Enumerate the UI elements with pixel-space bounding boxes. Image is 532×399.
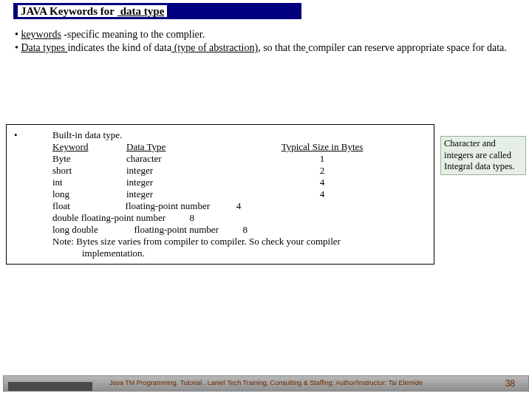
footer-bar: Java TM Programming. Tutorial . Laniel T… (3, 375, 529, 392)
table-row: long integer 4 (52, 188, 428, 200)
b1-underlined: keywords (21, 29, 61, 40)
note-line2: implementation. (82, 248, 428, 259)
title-underlined: data type (116, 5, 166, 17)
b2-u1: Data types (21, 42, 67, 53)
hdr-keyword: Keyword (52, 141, 126, 153)
page-number: 38 (505, 378, 515, 389)
table-row: int integer 4 (52, 177, 428, 188)
footer-text: Java TM Programming. Tutorial . Laniel T… (4, 379, 528, 386)
cell-k: short (52, 165, 126, 177)
b2-p2: , so that the (258, 42, 306, 53)
cell-k: int (52, 177, 126, 188)
cell-s: 1 (259, 153, 385, 165)
cell-s: 4 (259, 177, 385, 188)
note-line1: Note: Bytes size varies from compiler to… (52, 236, 428, 248)
cell-t: integer (126, 165, 259, 177)
table-row: Byte character 1 (52, 153, 428, 165)
row-longdouble: long double floating-point number 8 (52, 224, 428, 236)
title-bar: JAVA Keywords for data type (13, 3, 301, 19)
b2-u2: (type of abstraction) (171, 42, 258, 53)
title-plain: JAVA Keywords for (19, 5, 116, 17)
table-row: short integer 2 (52, 165, 428, 177)
table-header-row: Keyword Data Type Typical Size in Bytes (52, 141, 428, 153)
hdr-datatype: Data Type (126, 141, 259, 153)
cell-t: integer (126, 177, 259, 188)
row-double: double floating-point number 8 (52, 212, 428, 224)
cell-t: integer (126, 188, 259, 200)
callout-box: Character and integers are called Integr… (440, 136, 526, 175)
hdr-size: Typical Size in Bytes (259, 141, 385, 153)
title-text: JAVA Keywords for data type (18, 5, 167, 17)
cell-k: long (52, 188, 126, 200)
b2-p1: indicates the kind of data (67, 42, 171, 53)
bullet-block: • keywords -specific meaning to the comp… (15, 28, 522, 55)
cell-t: character (126, 153, 259, 165)
datatype-table-box: • Built-in data type. Keyword Data Type … (6, 124, 434, 265)
bullet-2: • Data types indicates the kind of data … (15, 41, 522, 55)
table-inner: Built-in data type. Keyword Data Type Ty… (52, 129, 428, 259)
table-heading: Built-in data type. (52, 129, 428, 141)
row-float: float floating-point number 4 (52, 200, 428, 212)
cell-s: 4 (259, 188, 385, 200)
cell-k: Byte (52, 153, 126, 165)
b1-rest: -specific meaning to the complier. (61, 29, 205, 40)
cell-s: 2 (259, 165, 385, 177)
callout-text: Character and integers are called Integr… (444, 138, 514, 171)
bullet-1: • keywords -specific meaning to the comp… (15, 28, 522, 41)
b2-p3: compiler can reserve appropriate space f… (308, 42, 507, 53)
table-bullet: • (14, 129, 18, 141)
